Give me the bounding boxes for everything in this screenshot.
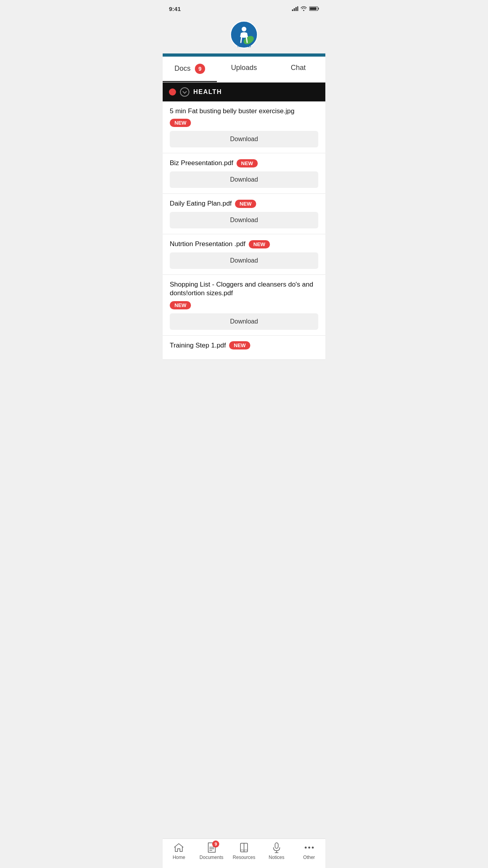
thrive25-logo: THRIVE 25 [230,20,258,49]
nav-item-notices[interactable]: Notices [260,842,293,860]
nav-home-label: Home [172,855,185,860]
nav-notices-label: Notices [269,855,284,860]
svg-point-19 [308,847,310,849]
battery-icon [309,6,319,11]
download-button[interactable]: Download [170,131,318,147]
nav-item-home[interactable]: Home [163,842,195,860]
docs-list: 5 min Fat busting belly buster exercise.… [163,101,325,360]
nav-documents-label: Documents [200,855,224,860]
svg-rect-3 [297,6,299,11]
download-button[interactable]: Download [170,313,318,330]
svg-text:THRIVE 25: THRIVE 25 [237,45,251,48]
tab-uploads-label: Uploads [231,64,257,72]
nav-resources-label: Resources [233,855,255,860]
tab-docs-badge: 9 [195,64,205,74]
nav-item-resources[interactable]: Resources [228,842,261,860]
download-button[interactable]: Download [170,252,318,269]
tab-docs-label: Docs [174,64,191,72]
mic-icon [271,842,282,853]
dots-icon [304,842,315,853]
doc-title: Nutrtion Presentation .pdf [170,240,246,248]
doc-title-row: Daily Eating Plan.pdf NEW [170,199,318,208]
bottom-nav: Home 9 Documents Resources [163,839,325,868]
new-badge: NEW [235,200,256,208]
download-button[interactable]: Download [170,171,318,188]
svg-point-18 [305,847,306,849]
new-badge: NEW [229,341,250,349]
svg-rect-15 [275,843,278,848]
doc-title-row: Shopping List - Cloggers and cleansers d… [170,280,318,309]
new-badge: NEW [170,301,191,309]
list-item: Daily Eating Plan.pdf NEW Download [163,194,325,234]
doc-title: 5 min Fat busting belly buster exercise.… [170,107,295,116]
category-dot [169,88,176,96]
new-badge: NEW [170,119,191,127]
download-button[interactable]: Download [170,212,318,228]
document-icon: 9 [206,842,217,853]
doc-title: Biz Preesentation.pdf [170,159,233,167]
doc-title-row: Biz Preesentation.pdf NEW [170,159,318,167]
tab-docs[interactable]: Docs 9 [163,57,217,82]
tabs-container: Docs 9 Uploads Chat [163,57,325,83]
status-time: 9:41 [169,6,181,12]
documents-badge: 9 [212,840,219,848]
svg-rect-0 [292,9,293,11]
app-header: THRIVE 25 [163,17,325,53]
svg-rect-2 [295,7,297,11]
book-icon [238,842,250,853]
svg-rect-1 [294,8,295,11]
logo: THRIVE 25 [230,20,258,49]
doc-title-row: 5 min Fat busting belly buster exercise.… [170,107,318,127]
doc-title: Daily Eating Plan.pdf [170,199,232,208]
status-bar: 9:41 [163,0,325,17]
svg-rect-6 [310,7,317,10]
nav-other-label: Other [303,855,315,860]
main-content: HEALTH 5 min Fat busting belly buster ex… [163,83,325,391]
svg-point-20 [312,847,314,849]
list-item: Biz Preesentation.pdf NEW Download [163,153,325,194]
doc-title-row: Training Step 1.pdf NEW [170,341,318,350]
doc-title: Shopping List - Cloggers and cleansers d… [170,280,318,298]
home-icon [173,842,184,853]
tab-chat[interactable]: Chat [271,57,325,82]
new-badge: NEW [237,159,258,167]
nav-item-other[interactable]: Other [293,842,325,860]
list-item: Shopping List - Cloggers and cleansers d… [163,275,325,335]
doc-title-row: Nutrtion Presentation .pdf NEW [170,240,318,248]
tab-chat-label: Chat [291,64,306,72]
svg-point-9 [242,27,246,31]
list-item: Nutrtion Presentation .pdf NEW Download [163,234,325,275]
status-icons [292,6,319,11]
list-item: 5 min Fat busting belly buster exercise.… [163,101,325,153]
tab-uploads[interactable]: Uploads [217,57,271,82]
teal-accent-bar [163,53,325,57]
svg-rect-5 [318,8,319,10]
doc-title: Training Step 1.pdf [170,341,226,350]
category-title: HEALTH [193,88,222,96]
new-badge: NEW [249,240,270,248]
category-chevron-icon [180,87,189,97]
nav-item-documents[interactable]: 9 Documents [195,842,228,860]
category-header[interactable]: HEALTH [163,83,325,101]
signal-icon [292,6,298,11]
wifi-icon [301,6,307,11]
list-item: Training Step 1.pdf NEW [163,336,325,360]
